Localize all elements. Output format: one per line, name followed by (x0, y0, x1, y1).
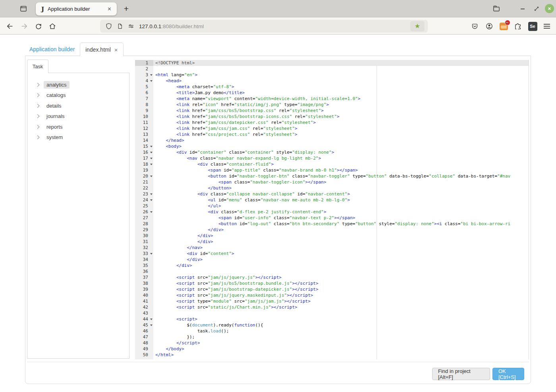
code-editor[interactable]: 1<!DOCTYPE html>23<html lang="en">4 <hea… (135, 60, 529, 359)
code-line-37[interactable]: 37 <script src="jam/js/jquery.js"></scri… (135, 274, 529, 280)
code-line-10[interactable]: 10 <link href="jam/css/bs5/bootstrap-ico… (135, 114, 529, 120)
permissions-icon[interactable] (125, 21, 137, 31)
forward-button[interactable] (19, 21, 30, 32)
code-line-3[interactable]: 3<html lang="en"> (135, 72, 529, 78)
tab-close-icon[interactable]: × (106, 6, 113, 13)
code-line-13[interactable]: 13 <link href="css/project.css" rel="sty… (135, 131, 529, 137)
fold-marker-icon[interactable] (150, 319, 153, 320)
firefox-view-icon[interactable] (18, 4, 29, 14)
tree-item-system[interactable]: system (27, 132, 129, 143)
code-line-7[interactable]: 7 <meta name="viewport" content="width=d… (135, 96, 529, 102)
code-line-27[interactable]: 27 <span id="user-info" class="navbar-te… (135, 215, 529, 221)
code-line-30[interactable]: 30 </div> (135, 233, 529, 239)
back-button[interactable] (4, 21, 15, 32)
code-line-15[interactable]: 15 <body> (135, 143, 529, 149)
code-line-34[interactable]: 34 </div> (135, 257, 529, 263)
chevron-right-icon[interactable] (36, 114, 40, 118)
fold-marker-icon[interactable] (150, 199, 153, 201)
code-line-50[interactable]: 50</html> (135, 352, 529, 358)
task-panel-tab[interactable]: Task (27, 60, 48, 73)
code-line-2[interactable]: 2 (135, 66, 529, 72)
fold-marker-icon[interactable] (150, 324, 153, 326)
adblock-extension-icon[interactable] (498, 21, 509, 32)
home-button[interactable] (47, 21, 58, 32)
chevron-right-icon[interactable] (36, 125, 40, 129)
code-line-49[interactable]: 49 </body> (135, 346, 529, 352)
code-line-28[interactable]: 28 <button id="log-out" class="btn btn-s… (135, 221, 529, 227)
pocket-icon[interactable] (469, 21, 480, 32)
code-line-39[interactable]: 39 <script src="jam/js/bootstrap-datepic… (135, 286, 529, 292)
window-minimize-button[interactable] (517, 4, 528, 14)
code-line-25[interactable]: 25 </ul> (135, 203, 529, 209)
tree-item-details[interactable]: details (27, 100, 129, 111)
fold-marker-icon[interactable] (150, 164, 153, 165)
code-line-43[interactable]: 43 (135, 310, 529, 316)
chevron-right-icon[interactable] (36, 93, 40, 97)
code-line-40[interactable]: 40 <script src="jam/js/jquery.maskedinpu… (135, 292, 529, 298)
window-restore-button[interactable] (531, 4, 542, 14)
ok-button[interactable]: OK [Ctrl+S] (492, 368, 524, 380)
tree-item-reports[interactable]: reports (27, 122, 129, 132)
code-line-41[interactable]: 41 <script type="module" src="jam/js/jam… (135, 298, 529, 304)
code-line-31[interactable]: 31 </div> (135, 239, 529, 245)
code-line-29[interactable]: 29 </div> (135, 227, 529, 233)
code-line-47[interactable]: 47 }); (135, 334, 529, 340)
fold-marker-icon[interactable] (150, 211, 153, 213)
code-line-45[interactable]: 45 $(document).ready(function(){ (135, 322, 529, 328)
code-line-11[interactable]: 11 <link href="jam/css/datepicker.css" r… (135, 120, 529, 126)
code-line-1[interactable]: 1<!DOCTYPE html> (135, 60, 529, 66)
url-bar[interactable]: 127.0.0.1:8080/builder.html ★ (100, 20, 428, 33)
code-line-32[interactable]: 32 </nav> (135, 245, 529, 251)
page-tab-application-builder[interactable]: Application builder (29, 43, 75, 56)
code-line-44[interactable]: 44 <script> (135, 316, 529, 322)
code-line-19[interactable]: 19 <span id="app-title" class="navbar-br… (135, 167, 529, 173)
list-all-tabs-icon[interactable] (491, 4, 502, 14)
new-tab-button[interactable]: + (120, 3, 132, 15)
reload-button[interactable] (33, 21, 44, 32)
code-line-21[interactable]: 21 <span class="navbar-toggler-icon"></s… (135, 179, 529, 185)
code-line-35[interactable]: 35 </div> (135, 263, 529, 268)
code-line-6[interactable]: 6 <title>Jam.py demo</title> (135, 90, 529, 96)
find-in-project-button[interactable]: Find in project [Alt+F] (432, 368, 490, 380)
code-line-18[interactable]: 18 <div class="container-fluid"> (135, 161, 529, 167)
code-line-48[interactable]: 48 </script> (135, 340, 529, 346)
code-line-9[interactable]: 9 <link href="jam/css/bs5/bootstrap.css"… (135, 108, 529, 114)
selenium-ide-icon[interactable]: Se (527, 21, 538, 32)
tracking-shield-icon[interactable] (103, 21, 114, 31)
fold-marker-icon[interactable] (150, 152, 153, 153)
code-line-22[interactable]: 22 </button> (135, 185, 529, 191)
code-line-26[interactable]: 26 <div class="d-flex pe-2 justify-conte… (135, 209, 529, 215)
code-line-46[interactable]: 46 task.load(); (135, 328, 529, 334)
bookmark-star-button[interactable]: ★ (410, 21, 425, 31)
page-info-icon[interactable] (114, 21, 125, 31)
browser-tab[interactable]: J Application builder × (36, 2, 117, 15)
tree-item-journals[interactable]: journals (27, 111, 129, 122)
fold-marker-icon[interactable] (150, 146, 153, 147)
chevron-right-icon[interactable] (36, 135, 40, 139)
window-close-button[interactable]: × (545, 4, 554, 13)
code-line-4[interactable]: 4 <head> (135, 78, 529, 84)
code-line-36[interactable]: 36 (135, 268, 529, 274)
url-text[interactable]: 127.0.0.1:8080/builder.html (139, 23, 410, 29)
code-line-5[interactable]: 5 <meta charset="utf-8"> (135, 84, 529, 90)
extensions-puzzle-icon[interactable] (512, 21, 523, 32)
page-tab-index-html[interactable]: index.html × (80, 42, 124, 56)
fold-marker-icon[interactable] (150, 253, 153, 255)
code-line-23[interactable]: 23 <div class="collapse navbar-collapse"… (135, 191, 529, 197)
chevron-right-icon[interactable] (36, 104, 40, 108)
chevron-right-icon[interactable] (36, 83, 40, 87)
code-line-12[interactable]: 12 <link href="jam/css/jam.css" rel="sty… (135, 126, 529, 131)
page-tab-close-icon[interactable]: × (114, 43, 118, 56)
account-icon[interactable] (484, 21, 495, 32)
code-line-20[interactable]: 20 <button id="navbar-toggler-btn" class… (135, 173, 529, 179)
code-line-24[interactable]: 24 <ul id="menu" class="navbar-nav me-au… (135, 197, 529, 203)
fold-marker-icon[interactable] (150, 158, 153, 159)
menu-hamburger-icon[interactable] (541, 21, 552, 32)
code-line-42[interactable]: 42 <script src="static/js/Chart.min.js">… (135, 304, 529, 310)
fold-marker-icon[interactable] (150, 176, 153, 177)
code-line-14[interactable]: 14 </head> (135, 137, 529, 143)
tree-item-analytics[interactable]: analytics (27, 79, 129, 90)
tree-item-catalogs[interactable]: catalogs (27, 90, 129, 101)
code-line-16[interactable]: 16 <div id="container" class="container"… (135, 149, 529, 155)
fold-marker-icon[interactable] (150, 74, 153, 76)
